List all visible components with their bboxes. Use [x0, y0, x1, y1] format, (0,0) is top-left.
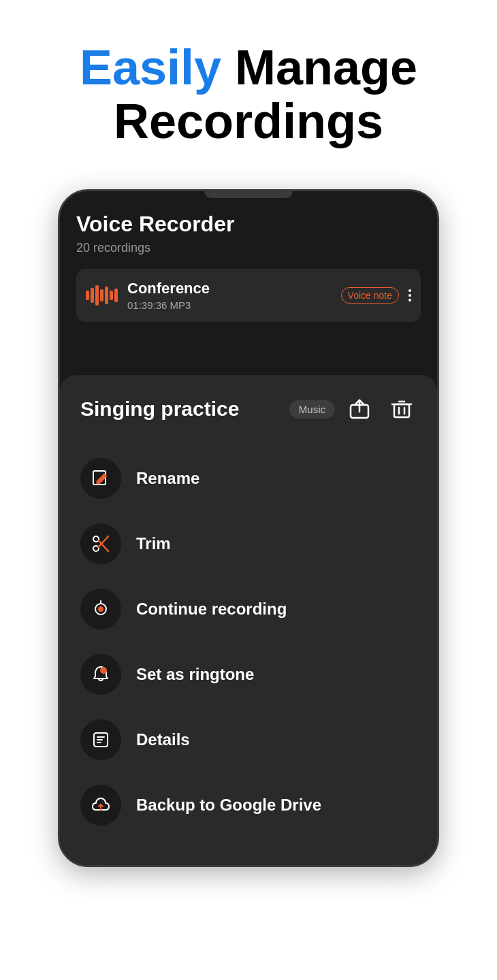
delete-button[interactable] [387, 394, 417, 424]
sheet-header: Singing practice Music [80, 394, 417, 424]
continue-recording-icon-circle [80, 589, 121, 630]
details-icon-circle [80, 719, 121, 760]
trim-icon-circle [80, 523, 121, 564]
sheet-title: Singing practice [80, 397, 280, 421]
ringtone-icon-circle [80, 654, 121, 695]
waveform-icon [86, 285, 118, 306]
bottom-sheet: Singing practice Music [60, 375, 437, 865]
header-section: Easily Manage Recordings [0, 0, 497, 176]
sheet-actions [344, 394, 417, 424]
svg-rect-1 [394, 404, 409, 417]
phone-container: Voice Recorder 20 recordings Conference … [0, 189, 497, 867]
backup-label: Backup to Google Drive [136, 796, 321, 815]
more-options-icon[interactable] [408, 289, 411, 301]
trim-label: Trim [136, 534, 171, 553]
rename-label: Rename [136, 469, 199, 488]
recording-info: Conference 01:39:36 MP3 [127, 280, 332, 311]
details-label: Details [136, 730, 190, 749]
recordings-count: 20 recordings [76, 241, 421, 255]
continue-recording-label: Continue recording [136, 600, 287, 619]
menu-item-details[interactable]: Details [80, 707, 417, 772]
menu-item-continue-recording[interactable]: Continue recording [80, 576, 417, 642]
rename-icon-circle [80, 458, 121, 499]
music-badge: Music [289, 400, 335, 419]
voice-note-badge: Voice note [341, 287, 399, 304]
main-headline: Easily Manage Recordings [27, 41, 470, 148]
phone-screen: Voice Recorder 20 recordings Conference … [60, 191, 437, 382]
share-button[interactable] [344, 394, 374, 424]
svg-point-10 [100, 667, 107, 674]
app-title: Voice Recorder [76, 212, 421, 237]
menu-item-backup[interactable]: Backup to Google Drive [80, 772, 417, 838]
svg-point-8 [98, 606, 103, 612]
phone-notch [204, 191, 293, 198]
headline-highlight: Easily [80, 40, 221, 95]
recording-name: Conference [127, 280, 332, 297]
recording-meta: 01:39:36 MP3 [127, 299, 332, 311]
menu-item-trim[interactable]: Trim [80, 511, 417, 576]
ringtone-label: Set as ringtone [136, 665, 254, 684]
phone-mockup: Voice Recorder 20 recordings Conference … [58, 189, 439, 867]
menu-item-ringtone[interactable]: Set as ringtone [80, 642, 417, 707]
backup-icon-circle [80, 785, 121, 826]
recording-item[interactable]: Conference 01:39:36 MP3 Voice note [76, 269, 421, 322]
menu-item-rename[interactable]: Rename [80, 446, 417, 511]
